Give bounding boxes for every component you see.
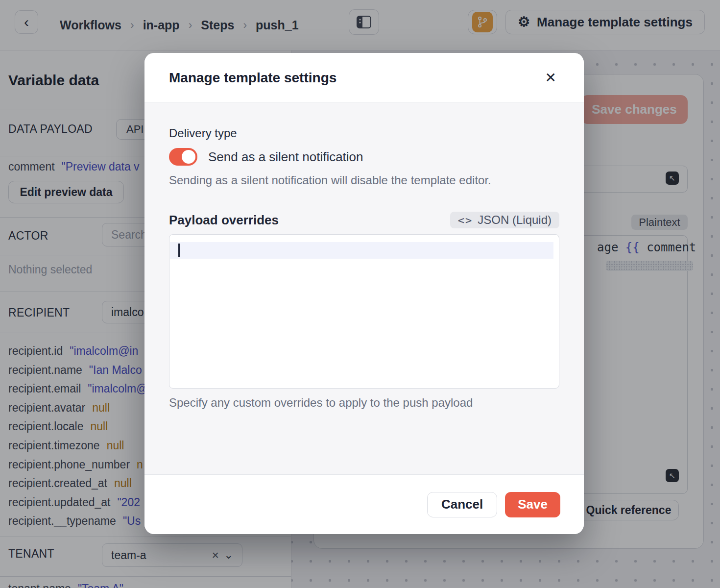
close-icon[interactable]: ✕ (542, 68, 559, 88)
payload-overrides-heading: Payload overrides (169, 213, 279, 228)
payload-overrides-editor[interactable] (169, 234, 559, 389)
silent-notification-row: Send as a silent notification (169, 148, 559, 166)
app-screen: ‹ Workflows › in-app › Steps › push_1 (0, 0, 720, 588)
payload-overrides-header: Payload overrides <> JSON (Liquid) (169, 212, 559, 228)
toggle-knob (182, 150, 195, 164)
cancel-button[interactable]: Cancel (427, 492, 497, 517)
manage-template-settings-modal: Manage template settings ✕ Delivery type… (144, 53, 584, 534)
modal-header: Manage template settings ✕ (144, 53, 584, 103)
silent-notification-toggle[interactable] (169, 148, 197, 166)
delivery-helper-text: Sending as a silent notification will di… (169, 173, 559, 187)
editor-active-line (170, 242, 553, 259)
modal-footer: Cancel Save (144, 474, 584, 534)
payload-helper-text: Specify any custom overrides to apply to… (169, 396, 559, 410)
modal-title: Manage template settings (169, 70, 336, 86)
silent-notification-label: Send as a silent notification (208, 149, 363, 165)
json-liquid-label: JSON (Liquid) (478, 213, 552, 227)
save-button[interactable]: Save (505, 492, 560, 517)
modal-body: Delivery type Send as a silent notificat… (144, 103, 584, 474)
json-liquid-badge[interactable]: <> JSON (Liquid) (450, 212, 559, 228)
delivery-type-heading: Delivery type (169, 126, 559, 140)
editor-caret (178, 244, 180, 257)
code-brackets-icon: <> (458, 214, 473, 226)
